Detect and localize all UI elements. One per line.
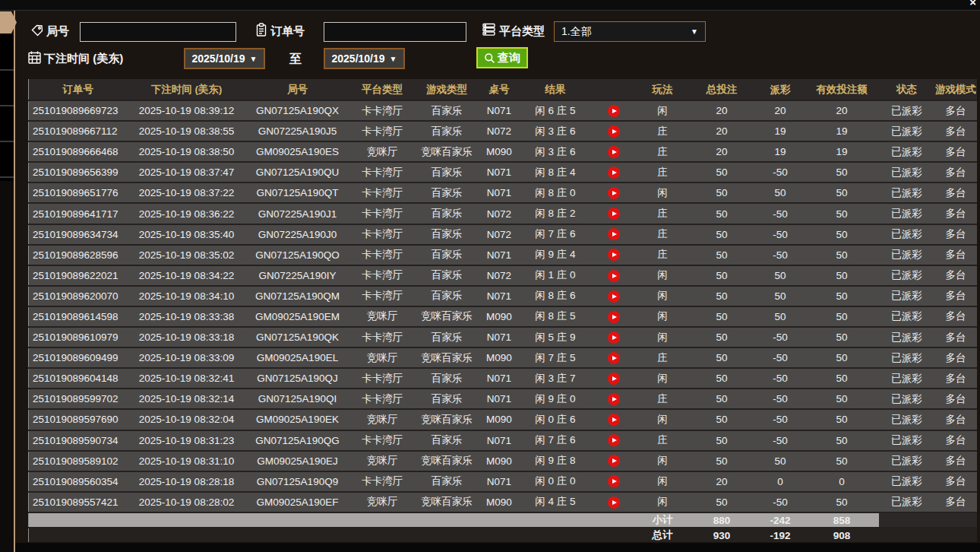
replay-cell [591,347,637,368]
date-to-select[interactable]: 2025/10/19 ▼ [324,48,405,69]
result: 闲 8 庄 4 [520,162,591,182]
close-button[interactable]: × [969,0,976,9]
replay-button[interactable] [608,187,620,199]
order-id: 251019089610979 [29,327,128,347]
payout: -50 [756,389,805,409]
replay-button[interactable] [608,146,620,158]
replay-button[interactable] [608,393,620,405]
play-icon [612,397,617,401]
table-row: 2510190895997022025-10-19 08:32:14GN0712… [29,389,977,409]
date-from-select[interactable]: 2025/10/19 ▼ [184,48,265,69]
replay-button[interactable] [608,290,620,303]
platform: 卡卡湾厅 [349,471,416,492]
payout: 50 [756,451,805,471]
result: 闲 3 庄 7 [520,368,591,389]
game-mode: 多台 [935,368,977,389]
payout: -50 [756,409,805,430]
payout: -50 [756,368,805,389]
table-no: M090 [479,451,520,471]
order-id: 251019089620070 [29,286,128,306]
platform: 卡卡湾厅 [349,224,416,245]
round-id: GN07125A190Q9 [246,471,349,492]
round-id: GN07125A190QG [246,430,349,451]
table-no: M090 [479,492,520,512]
bet-time: 2025-10-19 08:28:18 [128,471,246,492]
replay-button[interactable] [608,228,620,240]
play-icon [612,479,617,484]
order-id: 251019089597690 [29,409,128,430]
play-type: 闲 [637,471,688,492]
platform-filter-label: 平台类型 [499,24,545,39]
search-icon [484,52,495,64]
header-row: 订单号下注时间 (美东)局号平台类型游戏类型桌号结果玩法总投注派彩有效投注额状态… [29,79,977,100]
result: 闲 8 庄 0 [520,182,591,203]
total-bet: 50 [688,182,756,203]
search-button[interactable]: 查询 [476,47,528,68]
replay-button[interactable] [608,249,620,261]
subtotal-spacer [29,512,637,528]
game-mode: 多台 [935,224,977,245]
order-id: 251019089560354 [29,471,128,492]
result: 闲 9 庄 4 [520,245,591,265]
replay-button[interactable] [608,373,620,385]
result: 闲 7 庄 6 [520,430,591,451]
result: 闲 5 庄 9 [520,327,591,347]
play-icon [612,274,617,278]
status: 已派彩 [879,286,935,306]
column-header: 下注时间 (美东) [128,79,246,100]
platform: 卡卡湾厅 [349,245,416,265]
round-id: GN07225A190IY [246,265,349,286]
replay-button[interactable] [608,352,620,364]
game-mode: 多台 [935,182,977,203]
result: 闲 3 庄 6 [520,141,591,162]
game-mode: 多台 [935,121,977,141]
game-type: 竞咪百家乐 [416,492,479,512]
grandtotal-label: 总计 [637,528,688,542]
replay-button[interactable] [608,125,620,138]
table-no: N071 [479,162,520,182]
game-type: 竞咪百家乐 [416,141,479,162]
replay-button[interactable] [608,475,620,487]
payout: -50 [756,203,805,224]
replay-button[interactable] [608,270,620,282]
game-mode: 多台 [935,306,977,327]
replay-button[interactable] [608,434,620,446]
platform-select-value: 1.全部 [561,25,592,39]
game-type: 竞咪百家乐 [416,451,479,471]
round-id: GM09025A190EM [246,306,349,327]
bet-time: 2025-10-19 08:37:22 [128,182,246,203]
bet-time: 2025-10-19 08:31:23 [128,430,246,451]
table-row: 2510190896417172025-10-19 08:36:22GN0722… [29,203,977,224]
replay-button[interactable] [608,496,620,509]
search-button-label: 查询 [498,51,520,65]
play-icon [612,170,617,175]
table-no: N072 [479,224,520,245]
valid-bet: 50 [805,162,879,182]
replay-button[interactable] [608,105,620,117]
replay-button[interactable] [608,332,620,344]
round-input[interactable] [80,22,236,42]
table-no: N072 [479,121,520,141]
round-id: GM09025A190EL [246,347,349,368]
round-id: GN07125A190QI [246,389,349,409]
window-top-bar: × [0,0,980,11]
bet-records-table-wrap: 订单号下注时间 (美东)局号平台类型游戏类型桌号结果玩法总投注派彩有效投注额状态… [28,79,977,542]
replay-cell [591,141,637,162]
round-id: GN07125A190QT [246,182,349,203]
subtotal-valid-bet: 858 [805,512,879,528]
replay-button[interactable] [608,455,620,467]
replay-button[interactable] [608,167,620,179]
bet-time: 2025-10-19 08:28:02 [128,492,246,512]
replay-button[interactable] [608,414,620,426]
replay-cell [591,451,637,471]
play-icon [612,129,617,134]
replay-button[interactable] [608,208,620,220]
round-id: GM09025A190EK [246,409,349,430]
order-input[interactable] [324,22,466,42]
replay-button[interactable] [608,311,620,323]
result: 闲 4 庄 5 [520,492,591,512]
platform-select[interactable]: 1.全部 ▼ [554,21,706,42]
total-bet: 50 [688,306,756,327]
platform: 竞咪厅 [349,306,416,327]
game-type: 竞咪百家乐 [416,347,479,368]
